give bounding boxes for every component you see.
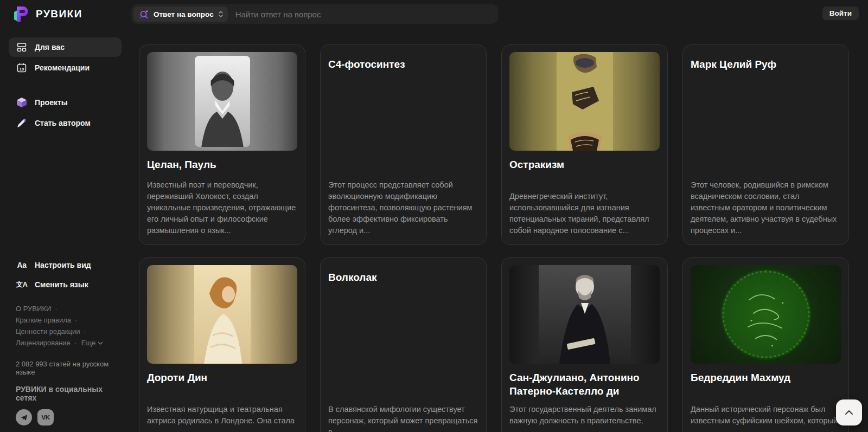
sidebar-item-label: Настроить вид xyxy=(35,261,91,269)
sidebar-item-label: Стать автором xyxy=(35,119,91,127)
footer-link-licensing[interactable]: Лицензирование xyxy=(16,339,79,347)
article-image-medallion xyxy=(691,265,841,364)
sidebar-item-label: Сменить язык xyxy=(35,280,88,289)
article-description: Этот процесс представляет собой эволюцио… xyxy=(328,179,478,236)
social-icons: VK xyxy=(16,409,124,425)
cards-grid: Целан, Пауль Известный поэт и переводчик… xyxy=(139,44,868,432)
chevron-down-icon xyxy=(98,341,103,345)
scroll-to-top-button[interactable] xyxy=(836,399,862,425)
sidebar-item-recommendations[interactable]: 19 Рекомендации xyxy=(9,58,122,78)
unfold-icon xyxy=(218,10,224,18)
article-description: Этот государственный деятель занимал важ… xyxy=(509,404,660,432)
article-card-c4[interactable]: C4-фотосинтез Этот процесс представляет … xyxy=(320,44,487,245)
article-title: Остракизм xyxy=(509,158,660,171)
article-image-ostraka xyxy=(509,52,660,151)
sidebar-nav-main: Для вас 19 Рекомендации xyxy=(0,37,130,78)
brand-name: РУВИКИ xyxy=(36,8,82,20)
sidebar-bottom: Aa Настроить вид 文A Сменить язык О РУВИК… xyxy=(9,255,124,425)
article-image-painting xyxy=(147,265,297,364)
footer-link-more[interactable]: Еще xyxy=(81,337,103,349)
article-title: Бедреддин Махмуд xyxy=(691,371,841,384)
article-card-celan[interactable]: Целан, Пауль Известный поэт и переводчик… xyxy=(139,44,305,245)
login-button[interactable]: Войти xyxy=(822,7,859,20)
calligraphy-medallion xyxy=(722,270,810,358)
article-title: Сан-Джулиано, Антонино Патерно-Кастелло … xyxy=(509,371,660,398)
telegram-icon[interactable] xyxy=(16,409,32,425)
footer-link-rules[interactable]: Краткие правила xyxy=(16,316,80,324)
translate-icon: 文A xyxy=(16,279,28,291)
ruviki-logo-icon xyxy=(11,5,29,23)
pencil-icon xyxy=(16,117,28,129)
topbar: Ответ на вопрос Войти xyxy=(130,0,868,24)
article-description: Древнегреческий институт, использовавший… xyxy=(509,191,660,236)
sidebar-nav-secondary: Проекты Стать автором xyxy=(0,93,130,133)
cube-icon xyxy=(16,96,28,108)
article-card-dorothy[interactable]: Дороти Дин Известная натурщица и театрал… xyxy=(139,257,305,432)
article-description: Известный поэт и переводчик, переживший … xyxy=(147,179,297,236)
sidebar-item-projects[interactable]: Проекты xyxy=(9,93,122,112)
search-icon xyxy=(138,8,149,20)
footer-link-about[interactable]: О РУВИКИ xyxy=(16,305,60,313)
font-size-icon: Aa xyxy=(16,259,28,271)
sidebar-item-appearance[interactable]: Aa Настроить вид xyxy=(9,255,124,275)
article-title: Дороти Дин xyxy=(147,371,297,384)
article-description: Данный исторический персонаж был известн… xyxy=(691,404,841,432)
search-mode-label: Ответ на вопрос xyxy=(154,10,214,18)
article-title: Волколак xyxy=(328,270,478,284)
footer-links: О РУВИКИ Краткие правила Ценности редакц… xyxy=(16,303,120,349)
article-card-sangiuliano[interactable]: Сан-Джулиано, Антонино Патерно-Кастелло … xyxy=(501,257,668,432)
calendar-icon: 19 xyxy=(16,62,28,74)
article-description: Этот человек, родившийся в римском всадн… xyxy=(691,179,841,236)
grid-icon xyxy=(16,41,28,53)
sidebar-item-become-author[interactable]: Стать автором xyxy=(9,113,122,133)
article-title: Целан, Пауль xyxy=(147,158,297,171)
article-card-bedreddin[interactable]: Бедреддин Махмуд Данный исторический пер… xyxy=(682,257,849,432)
article-count: 2 082 993 статей на русском языке xyxy=(16,360,124,376)
calendar-day: 19 xyxy=(20,67,24,72)
search-mode-pill[interactable]: Ответ на вопрос xyxy=(133,7,228,22)
article-description: В славянской мифологии существует персон… xyxy=(328,404,478,432)
footer-link-values[interactable]: Ценности редакции xyxy=(16,327,89,336)
article-image-portrait xyxy=(147,52,297,151)
article-title: C4-фотосинтез xyxy=(328,57,478,71)
article-card-volkolak[interactable]: Волколак В славянской мифологии существу… xyxy=(320,257,487,432)
social-title: РУВИКИ в социальных сетях xyxy=(16,385,124,402)
search-input[interactable] xyxy=(235,10,493,19)
brand[interactable]: РУВИКИ xyxy=(0,0,130,23)
sidebar-item-for-you[interactable]: Для вас xyxy=(9,37,122,57)
search-bar[interactable]: Ответ на вопрос xyxy=(131,4,498,24)
article-description: Известная натурщица и театральная актрис… xyxy=(147,404,297,432)
article-title: Марк Целий Руф xyxy=(691,57,841,71)
article-card-caelius[interactable]: Марк Целий Руф Этот человек, родившийся … xyxy=(682,44,849,245)
app-window: РУВИКИ Для вас xyxy=(0,0,868,432)
article-image-portrait xyxy=(509,265,660,364)
article-card-ostracism[interactable]: Остракизм Древнегреческий институт, испо… xyxy=(501,44,668,245)
vk-icon[interactable]: VK xyxy=(37,409,54,425)
sidebar-item-label: Рекомендации xyxy=(35,63,90,72)
sidebar-item-change-language[interactable]: 文A Сменить язык xyxy=(9,275,124,294)
chevron-up-icon xyxy=(845,410,853,415)
main-content: Ответ на вопрос Войти xyxy=(130,0,868,432)
sidebar-item-label: Для вас xyxy=(35,43,65,51)
sidebar: РУВИКИ Для вас xyxy=(0,0,130,432)
sidebar-item-label: Проекты xyxy=(35,98,68,107)
